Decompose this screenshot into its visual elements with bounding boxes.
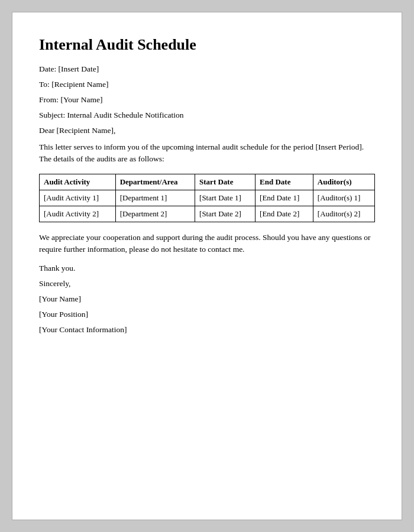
thank-you-line: Thank you. bbox=[39, 264, 375, 273]
subject-line: Subject: Internal Audit Schedule Notific… bbox=[39, 111, 375, 120]
table-row: [Audit Activity 1][Department 1][Start D… bbox=[40, 190, 375, 206]
sincerely-line: Sincerely, bbox=[39, 279, 375, 288]
table-cell: [Department 2] bbox=[115, 206, 195, 222]
table-row: [Audit Activity 2][Department 2][Start D… bbox=[40, 206, 375, 222]
table-cell: [Audit Activity 1] bbox=[40, 190, 116, 206]
to-line: To: [Recipient Name] bbox=[39, 80, 375, 89]
document-title: Internal Audit Schedule bbox=[39, 36, 375, 54]
date-line: Date: [Insert Date] bbox=[39, 64, 375, 74]
audit-table: Audit Activity Department/Area Start Dat… bbox=[39, 174, 375, 222]
intro-paragraph: This letter serves to inform you of the … bbox=[39, 141, 375, 166]
salutation: Dear [Recipient Name], bbox=[39, 126, 375, 135]
table-cell: [Auditor(s) 1] bbox=[313, 190, 374, 206]
col-header-department: Department/Area bbox=[115, 174, 195, 190]
sign-position: [Your Position] bbox=[39, 310, 375, 319]
table-cell: [Auditor(s) 2] bbox=[313, 206, 374, 222]
col-header-auditors: Auditor(s) bbox=[313, 174, 374, 190]
table-cell: [End Date 2] bbox=[255, 206, 313, 222]
col-header-audit-activity: Audit Activity bbox=[40, 174, 116, 190]
table-cell: [Audit Activity 2] bbox=[40, 206, 116, 222]
table-header-row: Audit Activity Department/Area Start Dat… bbox=[40, 174, 375, 190]
table-cell: [Department 1] bbox=[115, 190, 195, 206]
document-page: Internal Audit Schedule Date: [Insert Da… bbox=[12, 12, 402, 520]
from-line: From: [Your Name] bbox=[39, 95, 375, 105]
col-header-start-date: Start Date bbox=[195, 174, 255, 190]
closing-paragraph: We appreciate your cooperation and suppo… bbox=[39, 232, 375, 256]
table-cell: [Start Date 2] bbox=[195, 206, 255, 222]
table-cell: [Start Date 1] bbox=[195, 190, 255, 206]
col-header-end-date: End Date bbox=[255, 174, 313, 190]
table-cell: [End Date 1] bbox=[255, 190, 313, 206]
sign-contact: [Your Contact Information] bbox=[39, 325, 375, 335]
sign-name: [Your Name] bbox=[39, 294, 375, 304]
